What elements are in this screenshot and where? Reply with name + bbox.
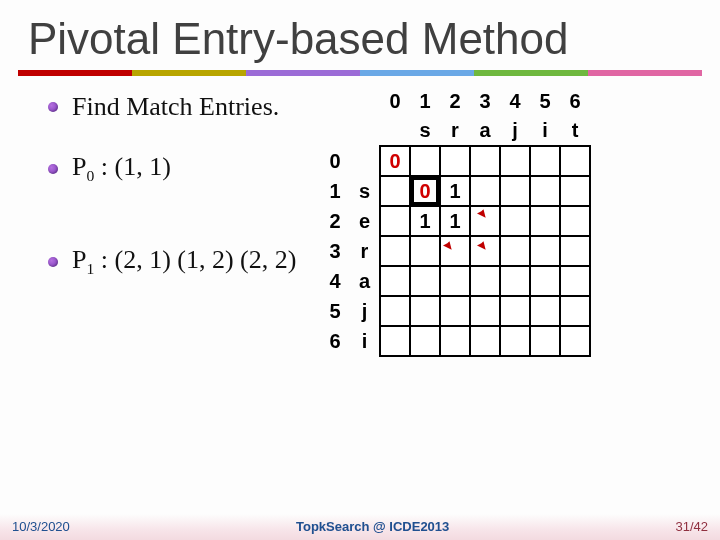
cell bbox=[470, 206, 500, 236]
col-idx: 5 bbox=[530, 86, 560, 116]
cell bbox=[380, 266, 410, 296]
cell bbox=[470, 296, 500, 326]
cell bbox=[530, 206, 560, 236]
bullet-text: P0 : (1, 1) bbox=[72, 152, 171, 185]
cell bbox=[380, 236, 410, 266]
cell bbox=[410, 296, 440, 326]
cell bbox=[530, 296, 560, 326]
cell-2-1: 1 bbox=[410, 206, 440, 236]
cell-0-0: 0 bbox=[380, 146, 410, 176]
col-idx: 2 bbox=[440, 86, 470, 116]
col-lbl: s bbox=[410, 116, 440, 146]
footer-page: 31/42 bbox=[675, 519, 708, 534]
footer-center: TopkSearch @ ICDE2013 bbox=[70, 519, 676, 534]
cell bbox=[440, 236, 470, 266]
row-idx: 1 bbox=[320, 176, 350, 206]
bullet-icon bbox=[48, 102, 58, 112]
cell bbox=[560, 206, 590, 236]
cell bbox=[470, 326, 500, 356]
cell bbox=[530, 146, 560, 176]
col-idx: 1 bbox=[410, 86, 440, 116]
cell bbox=[500, 296, 530, 326]
cell bbox=[470, 146, 500, 176]
col-lbl: i bbox=[530, 116, 560, 146]
slide-title: Pivotal Entry-based Method bbox=[0, 0, 720, 70]
p0-prefix: P bbox=[72, 152, 86, 181]
col-lbl: r bbox=[440, 116, 470, 146]
slide-footer: 10/3/2020 TopkSearch @ ICDE2013 31/42 bbox=[0, 516, 720, 536]
cell bbox=[470, 176, 500, 206]
cell bbox=[560, 176, 590, 206]
cell-2-2: 1 bbox=[440, 206, 470, 236]
cell-1-1: 0 bbox=[410, 176, 440, 206]
col-lbl bbox=[380, 116, 410, 146]
cell bbox=[560, 266, 590, 296]
accent-bar bbox=[18, 70, 702, 76]
row-idx: 5 bbox=[320, 296, 350, 326]
cell bbox=[500, 146, 530, 176]
cell bbox=[470, 266, 500, 296]
matrix-table: 0 1 2 3 4 5 6 s r a j i t bbox=[320, 86, 591, 357]
row-lbl: j bbox=[350, 296, 380, 326]
cell bbox=[410, 236, 440, 266]
row-lbl: i bbox=[350, 326, 380, 356]
col-lbl: t bbox=[560, 116, 590, 146]
cell bbox=[500, 206, 530, 236]
cell bbox=[530, 266, 560, 296]
col-idx: 0 bbox=[380, 86, 410, 116]
col-idx: 3 bbox=[470, 86, 500, 116]
cell bbox=[380, 206, 410, 236]
cell-1-2: 1 bbox=[440, 176, 470, 206]
col-lbl: j bbox=[500, 116, 530, 146]
cell bbox=[440, 326, 470, 356]
row-idx: 3 bbox=[320, 236, 350, 266]
row-idx: 6 bbox=[320, 326, 350, 356]
col-idx: 6 bbox=[560, 86, 590, 116]
p0-rest: : (1, 1) bbox=[94, 152, 171, 181]
cell bbox=[380, 176, 410, 206]
dp-matrix: 0 1 2 3 4 5 6 s r a j i t bbox=[320, 86, 591, 357]
row-idx: 4 bbox=[320, 266, 350, 296]
footer-date: 10/3/2020 bbox=[12, 519, 70, 534]
cell bbox=[530, 236, 560, 266]
cell bbox=[410, 326, 440, 356]
row-idx: 0 bbox=[320, 146, 350, 176]
cell bbox=[530, 176, 560, 206]
cell bbox=[560, 236, 590, 266]
cell bbox=[470, 236, 500, 266]
cell bbox=[500, 176, 530, 206]
cell bbox=[530, 326, 560, 356]
row-lbl bbox=[350, 146, 380, 176]
row-idx: 2 bbox=[320, 206, 350, 236]
col-lbl: a bbox=[470, 116, 500, 146]
row-lbl: a bbox=[350, 266, 380, 296]
cell bbox=[560, 146, 590, 176]
slide: Pivotal Entry-based Method Find Match En… bbox=[0, 0, 720, 540]
slide-body: Find Match Entries. P0 : (1, 1) P1 : (2,… bbox=[0, 86, 720, 540]
bullet-icon bbox=[48, 257, 58, 267]
cell bbox=[440, 296, 470, 326]
p1-rest: : (2, 1) (1, 2) (2, 2) bbox=[94, 245, 296, 274]
bullet-text: P1 : (2, 1) (1, 2) (2, 2) bbox=[72, 245, 296, 278]
p1-prefix: P bbox=[72, 245, 86, 274]
row-lbl: e bbox=[350, 206, 380, 236]
cell bbox=[380, 296, 410, 326]
cell bbox=[410, 266, 440, 296]
bullet-text: Find Match Entries. bbox=[72, 92, 279, 122]
cell bbox=[560, 326, 590, 356]
col-idx: 4 bbox=[500, 86, 530, 116]
cell bbox=[500, 236, 530, 266]
bullet-icon bbox=[48, 164, 58, 174]
cell bbox=[440, 146, 470, 176]
cell bbox=[560, 296, 590, 326]
cell bbox=[380, 326, 410, 356]
cell bbox=[440, 266, 470, 296]
cell bbox=[410, 146, 440, 176]
cell bbox=[500, 326, 530, 356]
cell bbox=[500, 266, 530, 296]
row-lbl: s bbox=[350, 176, 380, 206]
row-lbl: r bbox=[350, 236, 380, 266]
